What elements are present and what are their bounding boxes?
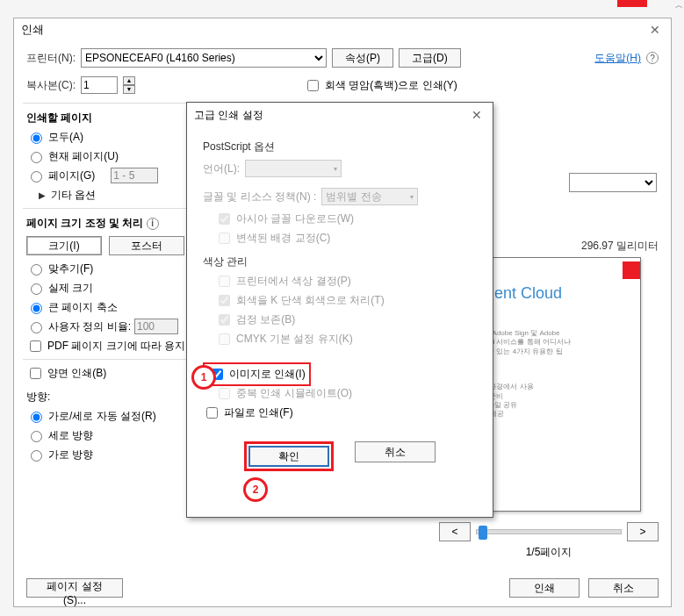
help-link[interactable]: 도움말(H) (594, 51, 641, 66)
divider (23, 208, 198, 209)
copies-label: 복사본(C): (26, 78, 76, 93)
pdf-size-label: PDF 페이지 크기에 따라 용지 선택 (47, 339, 210, 354)
actual-label: 실제 크기 (48, 281, 93, 296)
scroll-up-icon: ︿ (673, 0, 684, 11)
annotation-highlight-1: 이미지로 인쇄(I) (203, 362, 311, 386)
custom-scale-label: 사용자 정의 비율: (48, 319, 131, 334)
decorative-red-tab (617, 0, 647, 7)
print-button[interactable]: 인쇄 (509, 578, 580, 598)
grayscale-label: 회색 명암(흑백)으로 인쇄(Y) (325, 78, 457, 93)
modal-cancel-button[interactable]: 취소 (355, 441, 436, 462)
asian-fonts-label: 아시아 글꼴 다운로드(W) (236, 211, 354, 226)
duplex-checkbox[interactable] (30, 368, 41, 379)
orient-auto-radio[interactable] (31, 412, 42, 423)
ok-button[interactable]: 확인 (248, 446, 329, 467)
pages-all-label: 모두(A) (48, 130, 83, 145)
poster-tab-button[interactable]: 포스터 (109, 236, 184, 255)
page-setup-button[interactable]: 페이지 설정(S)... (26, 578, 123, 598)
copies-down-button[interactable]: ▼ (123, 85, 135, 94)
page-slider[interactable] (476, 529, 622, 534)
copies-input[interactable] (81, 76, 118, 94)
print-to-file-label: 파일로 인쇄(F) (224, 405, 293, 420)
expand-icon[interactable]: ▶ (39, 190, 46, 200)
print-as-image-label: 이미지로 인쇄(I) (229, 367, 306, 382)
advanced-button[interactable]: 고급(D) (399, 48, 461, 68)
preserve-black-checkbox (219, 314, 230, 326)
close-icon[interactable]: ✕ (646, 23, 664, 37)
printer-label: 프린터(N): (26, 51, 76, 66)
size-tab-button[interactable]: 크기(I) (26, 236, 102, 255)
fit-label: 맞추기(F) (48, 261, 93, 276)
annotation-highlight-2: 확인 (244, 441, 334, 471)
pages-current-radio[interactable] (31, 152, 42, 163)
preserve-black-label: 검정 보존(B) (236, 312, 295, 327)
print-titlebar: 인쇄 ✕ (14, 18, 671, 41)
asian-fonts-checkbox (219, 213, 230, 225)
gray-k-label: 회색을 K 단색 회색으로 처리(T) (236, 293, 385, 308)
prev-page-button[interactable]: < (439, 522, 471, 541)
fit-radio[interactable] (31, 264, 42, 276)
help-icon[interactable]: ? (646, 52, 659, 64)
font-policy-select: 범위별 전송▾ (321, 188, 418, 205)
cancel-button[interactable]: 취소 (588, 578, 659, 598)
cmyk-default-label: CMYK 기본 설정 유지(K) (236, 332, 353, 347)
print-to-file-checkbox[interactable] (206, 407, 218, 419)
color-group-label: 색상 관리 (203, 254, 477, 269)
duplex-label: 양면 인쇄(B) (47, 366, 106, 381)
divider (23, 359, 198, 360)
orient-portrait-label: 세로 방향 (48, 428, 93, 443)
chevron-down-icon: ▾ (410, 193, 414, 201)
orient-auto-label: 가로/세로 자동 설정(R) (48, 409, 156, 424)
advanced-titlebar: 고급 인쇄 설정 ✕ (187, 103, 493, 127)
annotation-1: 1 (191, 365, 216, 390)
custom-scale-input[interactable] (134, 319, 178, 334)
printer-select[interactable]: EPSONECEAF0 (L4160 Series) (81, 48, 327, 68)
next-page-button[interactable]: > (627, 522, 659, 541)
bg-correct-label: 변색된 배경 교정(C) (236, 231, 330, 246)
pages-range-label: 페이지(G) (48, 168, 95, 183)
slider-thumb[interactable] (479, 526, 487, 540)
print-title: 인쇄 (21, 22, 44, 38)
actual-radio[interactable] (31, 283, 42, 295)
close-icon[interactable]: ✕ (468, 108, 486, 122)
copies-up-button[interactable]: ▲ (123, 76, 135, 85)
page-indicator: 1/5페이지 (439, 545, 659, 560)
top-right-select[interactable] (569, 173, 657, 192)
printer-color-label: 프린터에서 색상 결정(P) (236, 274, 351, 289)
pdf-size-checkbox[interactable] (30, 340, 41, 352)
pages-range-radio[interactable] (31, 171, 42, 183)
printer-color-checkbox (219, 276, 230, 287)
adobe-logo-icon (623, 261, 640, 279)
orient-portrait-radio[interactable] (31, 431, 42, 442)
cmyk-default-checkbox (219, 333, 230, 345)
gray-k-checkbox (219, 295, 230, 306)
shrink-radio[interactable] (31, 303, 42, 314)
advanced-print-dialog: 고급 인쇄 설정 ✕ PostScript 옵션 언어(L): ▾ 글꼴 및 리… (186, 102, 493, 518)
overprint-sim-label: 중복 인쇄 시뮬레이트(O) (236, 386, 352, 401)
grayscale-checkbox[interactable] (307, 80, 319, 91)
info-icon[interactable]: i (147, 218, 159, 230)
postscript-group-label: PostScript 옵션 (203, 140, 477, 154)
divider (23, 103, 198, 104)
orient-landscape-label: 가로 방향 (48, 448, 93, 462)
language-label: 언어(L): (203, 161, 240, 176)
advanced-title: 고급 인쇄 설정 (194, 108, 263, 123)
pages-range-input[interactable] (111, 168, 158, 183)
properties-button[interactable]: 속성(P) (332, 48, 393, 68)
pages-current-label: 현재 페이지(U) (48, 149, 119, 164)
chevron-down-icon: ▾ (334, 165, 337, 173)
bg-correct-checkbox (219, 233, 230, 244)
font-policy-label: 글꼴 및 리소스 정책(N) : (203, 190, 316, 204)
orient-landscape-radio[interactable] (31, 450, 42, 462)
pages-all-radio[interactable] (31, 133, 42, 144)
annotation-2: 2 (243, 477, 268, 502)
pages-more-label[interactable]: 기타 옵션 (51, 188, 96, 203)
overprint-sim-checkbox (219, 388, 230, 399)
custom-scale-radio[interactable] (31, 322, 42, 333)
language-select: ▾ (245, 160, 342, 177)
shrink-label: 큰 페이지 축소 (48, 300, 118, 315)
